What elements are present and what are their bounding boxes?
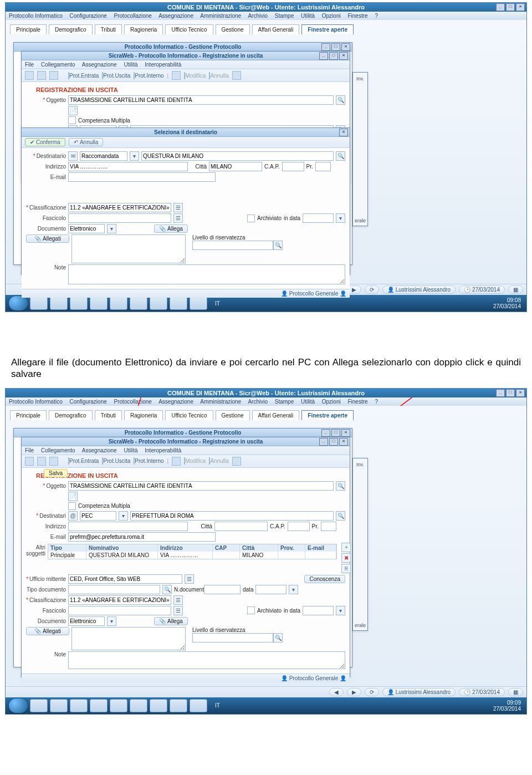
- close-button[interactable]: ×: [339, 129, 348, 136]
- menu-item[interactable]: Archivio: [248, 399, 268, 405]
- taskbar-app[interactable]: [150, 699, 167, 712]
- chevron-down-icon[interactable]: ▾: [336, 213, 345, 223]
- delete-icon[interactable]: [49, 71, 58, 80]
- tab-finestre-aperte[interactable]: Finestre aperte: [301, 24, 354, 34]
- delete-icon[interactable]: [49, 457, 58, 466]
- menu-item[interactable]: Stampe: [275, 13, 294, 19]
- menu-item[interactable]: Opzioni: [322, 13, 341, 19]
- tab-ragioneria[interactable]: Ragioneria: [124, 410, 163, 420]
- dialog-email-input[interactable]: [68, 172, 216, 182]
- archiviato-checkbox[interactable]: [247, 606, 255, 614]
- dialog-indirizzo-input[interactable]: [68, 162, 188, 171]
- generic-icon[interactable]: [172, 457, 181, 466]
- submenu-item[interactable]: Interoperabilità: [145, 62, 181, 68]
- ndoc-input[interactable]: [204, 585, 241, 594]
- documento-select[interactable]: [68, 616, 105, 626]
- start-button[interactable]: [9, 698, 28, 713]
- mail-icon[interactable]: ✉: [68, 151, 78, 161]
- submenu-item[interactable]: File: [25, 447, 34, 453]
- generic-icon[interactable]: [232, 457, 241, 466]
- tab-principale[interactable]: Principale: [10, 410, 47, 420]
- documento-select[interactable]: [68, 224, 105, 233]
- dialog-cap-input[interactable]: [282, 162, 304, 171]
- taskbar-app[interactable]: [30, 297, 48, 310]
- tree-icon[interactable]: ☰: [185, 574, 194, 584]
- maximize-button[interactable]: □: [331, 429, 340, 437]
- close-button[interactable]: ×: [341, 429, 350, 437]
- close-button[interactable]: ×: [339, 52, 348, 60]
- oggetto-input[interactable]: [68, 95, 334, 105]
- taskbar-app[interactable]: [190, 699, 207, 712]
- maximize-button[interactable]: □: [506, 389, 515, 397]
- prot-interno-button[interactable]: Prot.Interno: [134, 458, 163, 464]
- tab-ufficio-tecnico[interactable]: Ufficio Tecnico: [165, 24, 213, 34]
- generic-icon[interactable]: [232, 71, 241, 80]
- tab-demografico[interactable]: Demografico: [49, 24, 93, 34]
- oggetto-input[interactable]: [68, 481, 334, 491]
- menu-item[interactable]: Configurazione: [70, 399, 107, 405]
- tree-icon[interactable]: ☰: [173, 595, 183, 605]
- search-icon[interactable]: 🔍: [336, 95, 345, 105]
- menu-item[interactable]: Assegnazione: [158, 399, 193, 405]
- prot-interno-button[interactable]: Prot.Interno: [134, 73, 163, 79]
- remove-row-icon[interactable]: ✖: [341, 553, 351, 563]
- tab-principale[interactable]: Principale: [10, 24, 47, 34]
- fascicolo-input[interactable]: [68, 606, 171, 615]
- note-input[interactable]: [68, 264, 345, 284]
- fascicolo-input[interactable]: [68, 213, 171, 223]
- minimize-button[interactable]: _: [319, 52, 328, 60]
- status-extra-icon[interactable]: ▦: [508, 688, 523, 696]
- chevron-down-icon[interactable]: ▾: [107, 616, 116, 626]
- menu-item[interactable]: Utilità: [301, 13, 315, 19]
- competenza-checkbox[interactable]: [68, 502, 76, 510]
- generic-icon[interactable]: [172, 71, 181, 80]
- modifica-button[interactable]: Modifica: [184, 73, 206, 79]
- prot-uscita-button[interactable]: Prot.Uscita: [102, 73, 130, 79]
- chevron-down-icon[interactable]: ▾: [107, 224, 116, 233]
- taskbar-app[interactable]: [130, 297, 147, 310]
- annulla-button[interactable]: ↶ Annulla: [69, 138, 103, 146]
- competenza-checkbox[interactable]: [68, 116, 76, 124]
- save-icon[interactable]: [37, 457, 46, 466]
- conferma-button[interactable]: ✔ Conferma: [25, 138, 65, 146]
- search-icon[interactable]: 🔍: [336, 151, 345, 161]
- tab-affari-generali[interactable]: Affari Generali: [252, 410, 300, 420]
- chevron-down-icon[interactable]: ▾: [289, 585, 298, 594]
- dest-type-select[interactable]: [80, 511, 116, 521]
- allegati-button[interactable]: 📎 Allegati: [26, 627, 69, 635]
- new-icon[interactable]: [25, 71, 34, 80]
- tab-affari-generali[interactable]: Affari Generali: [252, 24, 300, 34]
- ufficio-input[interactable]: [68, 574, 182, 584]
- taskbar-app[interactable]: [70, 297, 88, 310]
- altri-table-row[interactable]: Principale QUESTURA DI MILANO VIA …………… …: [48, 552, 336, 559]
- note-input[interactable]: [68, 651, 345, 669]
- nav-refresh-button[interactable]: ⟳: [365, 688, 379, 696]
- submenu-item[interactable]: Collegamento: [41, 447, 75, 453]
- tab-gestione[interactable]: Gestione: [216, 410, 250, 420]
- close-button[interactable]: ×: [339, 438, 348, 446]
- new-icon[interactable]: [25, 457, 34, 466]
- archiviato-checkbox[interactable]: [247, 215, 255, 222]
- taskbar-app[interactable]: [150, 297, 167, 310]
- taskbar-app[interactable]: [90, 297, 108, 310]
- minimize-button[interactable]: _: [321, 429, 330, 437]
- taskbar-app[interactable]: [170, 699, 187, 712]
- note-icon[interactable]: 📄: [68, 106, 78, 115]
- in-data-input[interactable]: [303, 606, 334, 615]
- menu-item[interactable]: Finestre: [347, 13, 367, 19]
- search-icon[interactable]: 🔍: [273, 241, 283, 250]
- maximize-button[interactable]: □: [331, 43, 340, 51]
- tab-tributi[interactable]: Tributi: [95, 410, 122, 420]
- tab-demografico[interactable]: Demografico: [49, 410, 93, 420]
- menu-item[interactable]: ?: [375, 399, 378, 405]
- dest-icon[interactable]: @: [68, 511, 78, 521]
- chevron-down-icon[interactable]: ▾: [119, 511, 128, 521]
- menu-item[interactable]: Stampe: [275, 399, 294, 405]
- maximize-button[interactable]: □: [329, 438, 338, 446]
- menu-item[interactable]: Protocollazione: [114, 399, 152, 405]
- classificazione-input[interactable]: [68, 203, 171, 212]
- taskbar-app[interactable]: [70, 699, 88, 712]
- pr-input[interactable]: [321, 522, 336, 531]
- submenu-item[interactable]: File: [25, 62, 34, 68]
- prot-entrata-button[interactable]: Prot.Entrata: [68, 73, 99, 79]
